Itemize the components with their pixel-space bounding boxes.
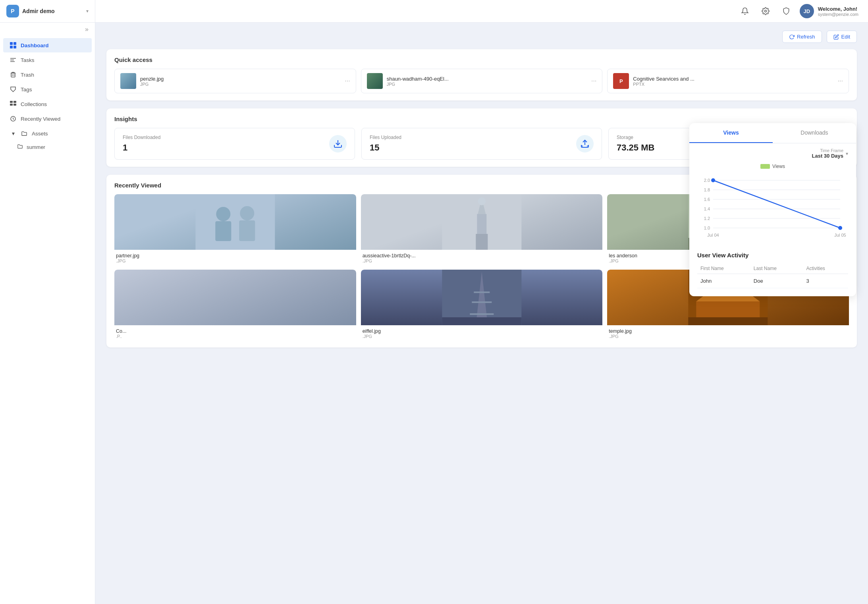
sidebar-item-dashboard[interactable]: Dashboard xyxy=(3,38,92,52)
row0-lastname: Doe xyxy=(750,274,803,288)
file-info-0: penzle.jpg JPG xyxy=(140,76,341,87)
legend-label: Views xyxy=(772,164,785,169)
svg-rect-13 xyxy=(14,104,16,106)
photo-type-3: .P.. xyxy=(116,334,355,339)
photo-info-3: Co... .P.. xyxy=(114,325,356,340)
file-menu-1[interactable]: ··· xyxy=(591,77,596,85)
quick-access-grid: penzle.jpg JPG ··· shaun-wadham-490-eqEl… xyxy=(114,69,849,93)
dashboard-icon xyxy=(10,42,17,49)
photo-name-1: aussieactive-1brtlzDq-... xyxy=(363,253,601,259)
photo-item-3[interactable]: Co... .P.. xyxy=(114,270,356,340)
settings-button[interactable] xyxy=(758,4,773,18)
sidebar-item-trash[interactable]: Trash xyxy=(3,68,92,82)
tasks-icon xyxy=(10,56,17,64)
svg-rect-25 xyxy=(476,234,488,250)
chart-legend: Views xyxy=(689,164,856,169)
photo-item-0[interactable]: partner.jpg .JPG xyxy=(114,194,356,265)
svg-rect-12 xyxy=(10,104,13,106)
sidebar-item-summer[interactable]: summer xyxy=(0,141,95,153)
sidebar-item-tags[interactable]: Tags xyxy=(3,82,92,96)
file-info-2: Cognitive Searvices and ... PPTX xyxy=(633,76,833,87)
main-content: Refresh Edit Quick access xyxy=(95,23,868,604)
user-activity-section: User View Activity First Name Last Name … xyxy=(689,245,856,288)
row0-activities: 3 xyxy=(803,274,848,288)
file-info-1: shaun-wadham-490-eqEl... JPG xyxy=(387,76,587,87)
recently-viewed-icon xyxy=(10,115,17,122)
svg-rect-10 xyxy=(10,101,13,103)
insight-downloads-value: 1 xyxy=(123,143,160,153)
file-type-2: PPTX xyxy=(633,82,833,87)
file-name-1: shaun-wadham-490-eqEl... xyxy=(387,76,587,82)
action-bar: Refresh Edit xyxy=(106,31,857,43)
chart-tab-views[interactable]: Views xyxy=(689,123,773,143)
chart-area: 2.0 1.8 1.6 1.4 1.2 1.0 Jul 04 Jul 05 xyxy=(689,172,856,245)
sidebar-nav: Dashboard Tasks xyxy=(0,36,95,604)
quick-access-section: Quick access penzle.jpg JPG ··· shaun-w xyxy=(106,49,857,100)
topbar: JD Welcome, John! system@penzie.com xyxy=(95,0,868,23)
edit-label: Edit xyxy=(841,34,850,40)
svg-point-20 xyxy=(216,207,230,221)
svg-point-58 xyxy=(838,226,842,230)
photo-item-1[interactable]: aussieactive-1brtlzDq-... .JPG xyxy=(361,194,603,265)
file-menu-2[interactable]: ··· xyxy=(838,77,843,85)
file-type-0: JPG xyxy=(140,82,341,87)
trash-icon xyxy=(10,71,17,78)
svg-rect-2 xyxy=(10,46,13,48)
svg-rect-39 xyxy=(442,317,521,325)
file-item-2[interactable]: P Cognitive Searvices and ... PPTX ··· xyxy=(607,69,849,93)
sidebar-item-assets[interactable]: ▾ Assets xyxy=(3,126,92,141)
sidebar: P Admir demo ▾ » Dashboard xyxy=(0,0,95,604)
notifications-button[interactable] xyxy=(738,4,752,18)
sidebar-item-collections[interactable]: Collections xyxy=(3,97,92,111)
photo-info-4: eiffel.jpg .JPG xyxy=(361,325,603,340)
timeframe-selector[interactable]: Time Frame Last 30 Days ▾ xyxy=(689,143,856,160)
file-thumb-0 xyxy=(120,73,136,89)
sidebar-item-tasks[interactable]: Tasks xyxy=(3,53,92,67)
svg-rect-44 xyxy=(689,317,768,325)
photo-info-0: partner.jpg .JPG xyxy=(114,250,356,265)
col-activities: Activities xyxy=(803,263,848,274)
insight-uploads-value: 15 xyxy=(370,143,401,153)
photo-type-4: .JPG xyxy=(363,334,601,339)
legend-color xyxy=(760,164,770,169)
photo-info-5: temple.jpg .JPG xyxy=(607,325,849,340)
col-firstname: First Name xyxy=(697,263,750,274)
photo-thumb-3 xyxy=(114,270,356,325)
svg-rect-27 xyxy=(477,214,486,234)
file-menu-0[interactable]: ··· xyxy=(345,77,350,85)
insight-storage-label: Storage xyxy=(617,135,654,140)
photo-thumb-4 xyxy=(361,270,603,325)
svg-rect-0 xyxy=(10,42,13,45)
collapse-button[interactable]: » xyxy=(0,23,95,36)
activity-table: First Name Last Name Activities John Doe… xyxy=(697,263,848,288)
svg-rect-38 xyxy=(470,313,494,315)
collections-icon xyxy=(10,100,17,108)
svg-text:1.8: 1.8 xyxy=(704,187,710,192)
file-type-1: JPG xyxy=(387,82,587,87)
file-name-2: Cognitive Searvices and ... xyxy=(633,76,833,82)
edit-button[interactable]: Edit xyxy=(827,31,857,43)
app-name: Admir demo xyxy=(22,8,55,14)
upload-icon xyxy=(576,135,594,152)
refresh-button[interactable]: Refresh xyxy=(782,31,822,43)
row0-firstname: John xyxy=(697,274,750,288)
insight-downloads-label: Files Downloaded xyxy=(123,135,160,140)
shield-button[interactable] xyxy=(779,4,793,18)
svg-rect-36 xyxy=(474,291,490,293)
file-item-1[interactable]: shaun-wadham-490-eqEl... JPG ··· xyxy=(361,69,603,93)
chart-tab-downloads[interactable]: Downloads xyxy=(773,123,856,143)
assets-label: Assets xyxy=(32,131,85,137)
svg-rect-1 xyxy=(14,42,16,45)
svg-rect-22 xyxy=(215,221,231,241)
svg-point-21 xyxy=(240,206,254,220)
insight-uploads-label: Files Uploaded xyxy=(370,135,401,140)
insight-uploads: Files Uploaded 15 xyxy=(361,128,602,160)
svg-rect-7 xyxy=(11,73,15,77)
collections-label: Collections xyxy=(21,101,85,107)
sidebar-item-recently-viewed[interactable]: Recently Viewed xyxy=(3,112,92,126)
svg-rect-37 xyxy=(472,301,492,303)
file-item-0[interactable]: penzle.jpg JPG ··· xyxy=(114,69,356,93)
sidebar-header[interactable]: P Admir demo ▾ xyxy=(0,0,95,23)
photo-item-4[interactable]: eiffel.jpg .JPG xyxy=(361,270,603,340)
insight-storage-value: 73.25 MB xyxy=(617,143,654,153)
